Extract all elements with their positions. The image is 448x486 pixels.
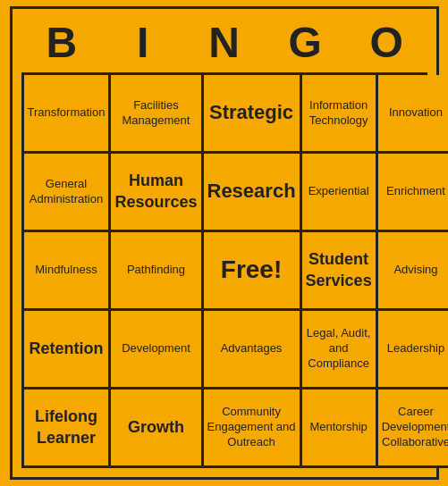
cell-19[interactable]: Leadership bbox=[378, 311, 448, 390]
cell-14[interactable]: Advising bbox=[378, 232, 448, 311]
cell-13[interactable]: Student Services bbox=[302, 232, 378, 311]
cell-20[interactable]: Lifelong Learner bbox=[24, 390, 112, 468]
cell-6[interactable]: Human Resources bbox=[111, 154, 203, 232]
cell-1[interactable]: Facilities Management bbox=[111, 75, 203, 154]
cell-2[interactable]: Strategic bbox=[204, 75, 302, 154]
cell-24[interactable]: Career Development Collaborative bbox=[378, 390, 448, 468]
cell-21[interactable]: Growth bbox=[111, 390, 203, 468]
cell-22[interactable]: Community Engagement and Outreach bbox=[204, 390, 302, 468]
bingo-grid: TransformationFacilities ManagementStrat… bbox=[21, 72, 427, 468]
cell-3[interactable]: Information Technology bbox=[302, 75, 378, 154]
cell-0[interactable]: Transformation bbox=[24, 75, 112, 154]
letter-o: O bbox=[347, 18, 426, 67]
bingo-header: B I N G O bbox=[21, 18, 427, 67]
cell-23[interactable]: Mentorship bbox=[302, 390, 378, 468]
cell-4[interactable]: Innovation bbox=[378, 75, 448, 154]
cell-12[interactable]: Free! bbox=[204, 232, 302, 311]
bingo-card: B I N G O TransformationFacilities Manag… bbox=[10, 6, 439, 480]
cell-9[interactable]: Enrichment bbox=[378, 154, 448, 232]
letter-g: G bbox=[266, 18, 344, 67]
cell-10[interactable]: Mindfulness bbox=[24, 232, 112, 311]
cell-7[interactable]: Research bbox=[204, 154, 302, 232]
cell-17[interactable]: Advantages bbox=[204, 311, 302, 390]
cell-16[interactable]: Development bbox=[111, 311, 203, 390]
letter-b: B bbox=[22, 18, 101, 67]
cell-15[interactable]: Retention bbox=[24, 311, 112, 390]
cell-11[interactable]: Pathfinding bbox=[111, 232, 203, 311]
cell-8[interactable]: Experiential bbox=[302, 154, 378, 232]
cell-18[interactable]: Legal, Audit, and Compliance bbox=[302, 311, 378, 390]
letter-n: N bbox=[184, 18, 263, 67]
cell-5[interactable]: General Administration bbox=[24, 154, 112, 232]
letter-i: I bbox=[104, 18, 182, 67]
